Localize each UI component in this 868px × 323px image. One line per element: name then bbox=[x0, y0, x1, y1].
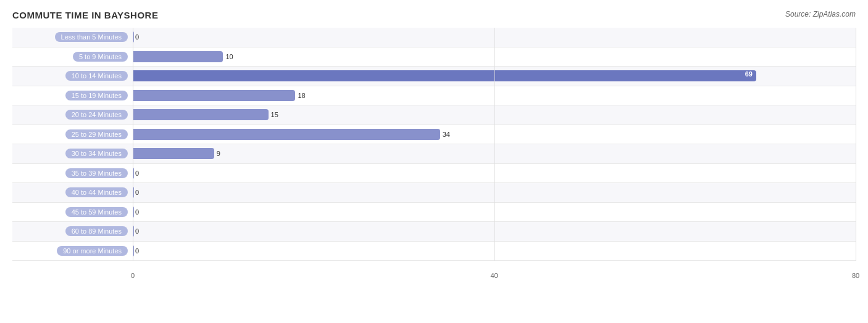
bar-label: Less than 5 Minutes bbox=[12, 32, 133, 42]
bar-track: 18 bbox=[133, 86, 856, 105]
bar-value: 10 bbox=[225, 53, 868, 60]
bar-fill bbox=[133, 109, 269, 120]
bar-fill bbox=[133, 187, 134, 198]
bar-label: 25 to 29 Minutes bbox=[12, 129, 133, 139]
bar-fill bbox=[133, 226, 134, 237]
bar-label: 60 to 89 Minutes bbox=[12, 226, 133, 236]
bar-track: 0 bbox=[133, 242, 856, 261]
bar-track: 10 bbox=[133, 47, 856, 67]
chart-body: Less than 5 Minutes05 to 9 Minutes1010 t… bbox=[12, 28, 856, 279]
bar-row: 90 or more Minutes0 bbox=[12, 242, 856, 261]
bar-fill: 69 bbox=[133, 70, 756, 81]
bar-track: 0 bbox=[133, 222, 856, 241]
bar-track: 0 bbox=[133, 164, 856, 183]
bar-label: 45 to 59 Minutes bbox=[12, 207, 133, 217]
bar-value: 0 bbox=[135, 247, 868, 255]
bar-fill bbox=[133, 245, 134, 256]
bar-track: 69 bbox=[133, 67, 856, 86]
bar-value: 34 bbox=[443, 131, 868, 138]
bar-fill bbox=[133, 148, 214, 159]
bar-label-pill: Less than 5 Minutes bbox=[55, 32, 128, 42]
bar-value: 9 bbox=[217, 150, 868, 157]
bar-row: 20 to 24 Minutes15 bbox=[12, 105, 856, 125]
bar-label: 40 to 44 Minutes bbox=[12, 187, 133, 197]
bar-label-pill: 15 to 19 Minutes bbox=[65, 91, 128, 100]
bar-fill bbox=[133, 168, 134, 179]
bar-row: 60 to 89 Minutes0 bbox=[12, 222, 856, 242]
grid-line bbox=[856, 28, 856, 261]
bar-label-pill: 35 to 39 Minutes bbox=[65, 168, 128, 178]
chart-container: COMMUTE TIME IN BAYSHORE Source: ZipAtla… bbox=[0, 0, 868, 323]
bar-row: 10 to 14 Minutes69 bbox=[12, 67, 856, 86]
bar-row: 25 to 29 Minutes34 bbox=[12, 125, 856, 145]
chart-title: COMMUTE TIME IN BAYSHORE bbox=[12, 10, 158, 20]
bar-track: 34 bbox=[133, 125, 856, 144]
bar-label-pill: 90 or more Minutes bbox=[57, 246, 128, 256]
x-tick: 80 bbox=[852, 272, 859, 279]
bar-row: 40 to 44 Minutes0 bbox=[12, 183, 856, 203]
bar-label-pill: 45 to 59 Minutes bbox=[65, 207, 128, 217]
bar-track: 9 bbox=[133, 144, 856, 163]
x-axis: 04080 bbox=[133, 261, 856, 279]
bar-value: 18 bbox=[298, 92, 868, 99]
bar-value: 0 bbox=[135, 208, 868, 216]
bar-row: 45 to 59 Minutes0 bbox=[12, 203, 856, 223]
bar-fill bbox=[133, 31, 134, 43]
bar-row: 5 to 9 Minutes10 bbox=[12, 47, 856, 67]
bar-row: 35 to 39 Minutes0 bbox=[12, 164, 856, 184]
bar-track: 15 bbox=[133, 105, 856, 125]
bar-track: 0 bbox=[133, 28, 856, 47]
bar-label: 30 to 34 Minutes bbox=[12, 149, 133, 158]
chart-header: COMMUTE TIME IN BAYSHORE Source: ZipAtla… bbox=[12, 10, 856, 20]
bar-label-pill: 25 to 29 Minutes bbox=[65, 129, 128, 139]
bar-row: Less than 5 Minutes0 bbox=[12, 28, 856, 47]
bar-fill bbox=[133, 90, 295, 101]
bar-label: 20 to 24 Minutes bbox=[12, 110, 133, 120]
bar-row: 15 to 19 Minutes18 bbox=[12, 86, 856, 106]
bar-fill bbox=[133, 129, 440, 140]
bar-value: 0 bbox=[135, 33, 868, 41]
bar-track: 0 bbox=[133, 183, 856, 202]
bar-value: 69 bbox=[745, 70, 753, 78]
bar-label-pill: 30 to 34 Minutes bbox=[65, 149, 128, 158]
bar-fill bbox=[133, 206, 134, 218]
bar-label-pill: 20 to 24 Minutes bbox=[65, 110, 128, 120]
bar-label: 10 to 14 Minutes bbox=[12, 71, 133, 81]
bar-label-pill: 60 to 89 Minutes bbox=[65, 226, 128, 236]
bar-label-pill: 5 to 9 Minutes bbox=[73, 52, 128, 62]
x-tick: 40 bbox=[490, 272, 498, 279]
bars-area: Less than 5 Minutes05 to 9 Minutes1010 t… bbox=[12, 28, 856, 261]
bar-label: 90 or more Minutes bbox=[12, 246, 133, 256]
bar-label: 35 to 39 Minutes bbox=[12, 168, 133, 178]
bar-value: 0 bbox=[135, 189, 868, 196]
bar-label: 15 to 19 Minutes bbox=[12, 91, 133, 100]
chart-source: Source: ZipAtlas.com bbox=[785, 10, 856, 18]
bar-value: 15 bbox=[271, 111, 868, 118]
bar-label: 5 to 9 Minutes bbox=[12, 52, 133, 62]
bar-fill bbox=[133, 51, 223, 62]
bar-value: 0 bbox=[135, 170, 868, 177]
x-tick: 0 bbox=[131, 272, 135, 279]
bar-row: 30 to 34 Minutes9 bbox=[12, 144, 856, 164]
bar-value: 0 bbox=[135, 227, 868, 235]
bar-label-pill: 10 to 14 Minutes bbox=[65, 71, 128, 81]
bar-track: 0 bbox=[133, 203, 856, 222]
bar-label-pill: 40 to 44 Minutes bbox=[65, 187, 128, 197]
